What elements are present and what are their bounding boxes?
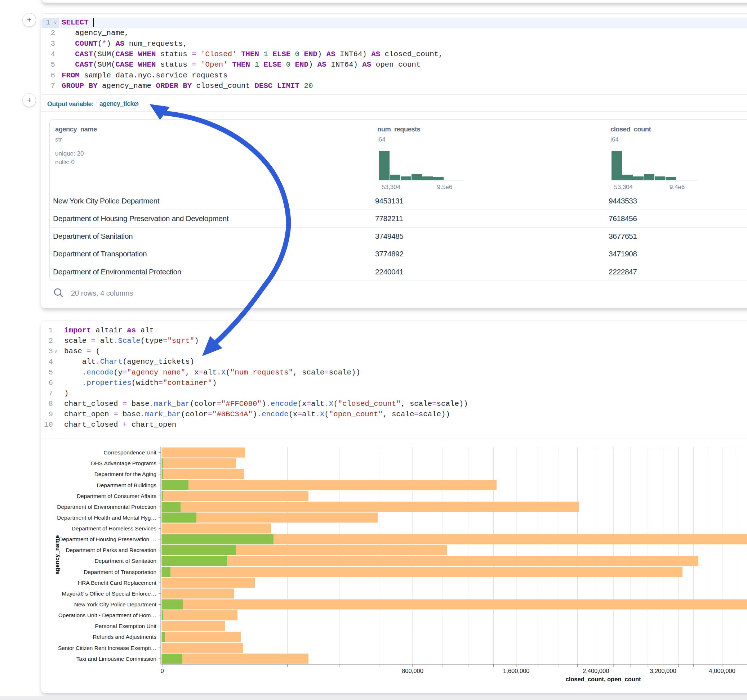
svg-text:2,400,000: 2,400,000 <box>583 668 609 674</box>
svg-text:800,000: 800,000 <box>402 668 423 674</box>
svg-text:Operations Unit - Department o: Operations Unit - Department of Hom… <box>58 612 156 618</box>
svg-text:agency_name: agency_name <box>54 535 60 574</box>
svg-text:closed_count, open_count: closed_count, open_count <box>566 676 641 682</box>
svg-text:Department of Environmental Pr: Department of Environmental Protection <box>57 504 156 510</box>
svg-text:Department for the Aging: Department for the Aging <box>94 471 156 477</box>
svg-text:Taxi and Limousine Commission: Taxi and Limousine Commission <box>76 656 156 662</box>
svg-text:DHS Advantage Programs: DHS Advantage Programs <box>91 460 156 466</box>
svg-text:Department of Parks and Recrea: Department of Parks and Recreation <box>66 547 156 553</box>
svg-text:Department of Homeless Service: Department of Homeless Services <box>72 525 156 531</box>
svg-text:3,200,000: 3,200,000 <box>650 668 676 674</box>
svg-text:Mayorâ€ s Office of Special En: Mayorâ€ s Office of Special Enforce… <box>62 591 156 597</box>
svg-text:HRA Benefit Card Replacement: HRA Benefit Card Replacement <box>78 580 157 586</box>
svg-text:Department of Transportation: Department of Transportation <box>83 569 156 575</box>
svg-text:New York City Police Departmen: New York City Police Department <box>74 601 157 608</box>
svg-text:Correspondence Unit: Correspondence Unit <box>104 450 157 456</box>
svg-text:Department of Sanitation: Department of Sanitation <box>95 558 156 564</box>
svg-text:Refunds and Adjustments: Refunds and Adjustments <box>92 634 156 640</box>
svg-text:4,000,000: 4,000,000 <box>709 668 735 674</box>
svg-text:0: 0 <box>160 668 163 674</box>
svg-text:Department of Housing Preserva: Department of Housing Preservation … <box>59 536 156 542</box>
svg-text:Senior Citizen Rent Increase E: Senior Citizen Rent Increase Exempti… <box>58 645 156 651</box>
svg-text:Personal Exemption Unit: Personal Exemption Unit <box>95 623 156 629</box>
svg-text:Department of Consumer Affairs: Department of Consumer Affairs <box>77 493 156 499</box>
svg-text:Department of Health and Menta: Department of Health and Mental Hyg… <box>57 514 156 520</box>
svg-text:Department of Buildings: Department of Buildings <box>97 482 157 488</box>
svg-text:1,600,000: 1,600,000 <box>503 668 529 674</box>
